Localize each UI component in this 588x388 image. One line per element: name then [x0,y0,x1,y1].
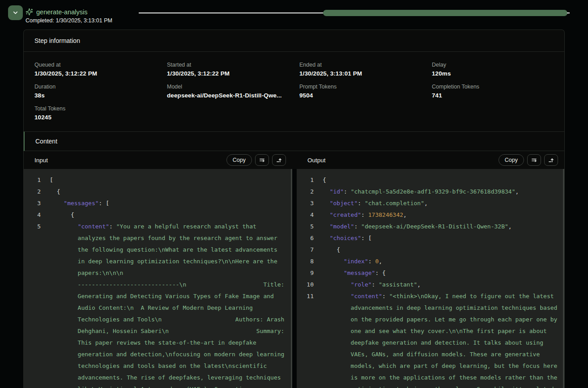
code-row: "message": { [323,267,561,279]
code-line: 2 "id": "chatcmpl-5a5d2e8e-adf1-9329-bf9… [304,186,561,198]
wrap-text-icon [531,157,537,164]
output-wrap-text-button[interactable] [527,154,541,166]
code-line: 4 "created": 1738246342, [304,209,561,221]
code-line: 7 { [304,244,561,256]
step-info-field: Started at1/30/2025, 3:12:22 PM [167,62,289,77]
code-row: { [323,244,561,256]
code-line: 5 "model": "deepseek-ai/DeepSeek-R1-Dist… [304,221,561,232]
code-row: VAEs, GANs, and diffusion models. These … [323,349,561,360]
step-info-field: Completion Tokens741 [432,84,554,99]
field-value: 741 [432,92,554,99]
line-number: 7 [304,244,314,256]
code-row: "model": "deepseek-ai/DeepSeek-R1-Distil… [323,221,561,232]
timeline-duration-bar[interactable] [323,10,567,16]
code-line: 4 { [31,209,289,221]
step-header: generate-analysis Completed: 1/30/2025, … [0,0,588,26]
code-row: advancements in deep learning optimizati… [323,302,561,314]
code-row: analyzes the papers found by the researc… [50,232,289,244]
field-value: 1/30/2025, 3:13:01 PM [299,70,421,77]
line-number: 11 [304,291,314,302]
code-row: { [323,174,561,186]
content-section-title: Content [35,138,57,145]
code-row: deepfake generation and detection. It ta… [323,337,561,349]
input-wrap-text-button[interactable] [255,154,269,166]
code-row: generation and detection,\nfocusing on m… [50,349,289,360]
output-panel-header: Output Copy [297,151,564,169]
expand-up-icon [548,157,554,164]
step-info-field: Queued at1/30/2025, 3:12:22 PM [34,62,156,77]
input-panel-header: Input Copy [24,151,292,169]
code-line: 11 "content": "<think>\nOkay, I need to … [304,291,561,388]
input-panel: Input Copy 1[2 {3 "m [24,151,292,388]
output-copy-button[interactable]: Copy [499,154,524,166]
code-row: -----------------------------\n Title: [50,279,289,291]
input-expand-button[interactable] [272,154,286,166]
input-scrollbar[interactable] [291,169,292,388]
line-number: 6 [304,232,314,244]
content-section-header: Content [24,131,564,151]
step-detail-card: Step information Queued at1/30/2025, 3:1… [23,30,565,388]
field-label: Total Tokens [34,105,156,112]
code-row: "created": 1738246342, [323,209,561,221]
code-line: 10 "role": "assistant", [304,279,561,291]
code-row: papers:\n\n\n [50,267,289,279]
code-row: "object": "chat.completion", [323,198,561,209]
step-info-field: Prompt Tokens9504 [299,84,421,99]
line-number: 4 [31,209,41,221]
line-number: 9 [304,267,314,279]
code-row: [ [50,174,289,186]
code-row: Technologies and Tools\n Authors: Arash [50,314,289,325]
code-line: 1{ [304,174,561,186]
code-row: optimization techniques themselves. So, … [323,384,561,388]
code-row: advancements. The rise of deepfakes, lev… [50,372,289,384]
line-number: 1 [304,174,314,186]
code-row: "id": "chatcmpl-5a5d2e8e-adf1-9329-bf9c-… [323,186,561,198]
field-value: 10245 [34,114,156,121]
step-info-field: Modeldeepseek-ai/DeepSeek-R1-Distill-Qwe… [167,84,289,99]
input-code-viewer: 1[2 {3 "messages": [4 {5 "content": "You… [24,169,292,388]
line-number: 2 [31,186,41,198]
field-label: Model [167,84,289,90]
code-row: the following question:\nWhat are the la… [50,244,289,256]
step-info-field: Total Tokens10245 [34,105,156,121]
field-label: Ended at [299,62,421,68]
field-value: deepseek-ai/DeepSeek-R1-Distill-Qwe... [167,92,289,99]
code-row: is more on the applications of these mod… [323,372,561,384]
line-number: 8 [304,256,314,267]
code-row: "index": 0, [323,256,561,267]
output-panel-title: Output [307,157,326,164]
field-label: Delay [432,62,554,68]
field-label: Prompt Tokens [299,84,421,90]
field-label: Started at [167,62,289,68]
code-row: on the provided papers. Let me go throug… [323,314,561,325]
expand-up-icon [276,157,282,164]
input-output-panels: Input Copy 1[2 {3 "m [24,151,564,388]
code-row: models, which are part of deep learning,… [323,360,561,372]
code-line: 6 "choices": [ [304,232,561,244]
code-line: 8 "index": 0, [304,256,561,267]
line-number: 1 [31,174,41,186]
wrap-text-icon [259,157,265,164]
code-row: technologies and tools based on the late… [50,360,289,372]
input-copy-button[interactable]: Copy [226,154,252,166]
step-info-field: Delay120ms [432,62,554,77]
line-number: 5 [304,221,314,232]
code-row: in deep learning optimization techniques… [50,256,289,267]
timeline-end-tick [567,13,570,13]
step-info-field: Ended at1/30/2025, 3:13:01 PM [299,62,421,77]
output-panel: Output Copy 1{2 "id": " [297,151,564,388]
output-expand-button[interactable] [544,154,558,166]
code-row: like\nVariational Autoencoders (VAEs), G… [50,384,289,388]
output-scrollbar[interactable] [563,169,564,388]
step-info-title: Step information [24,30,564,52]
line-number: 10 [304,279,314,291]
code-line: 9 "message": { [304,267,561,279]
step-info-grid: Queued at1/30/2025, 3:12:22 PMStarted at… [24,52,564,131]
code-row: Dehghani, Hossein Saberi\n Summary: [50,325,289,337]
code-row: "content": "You are a helpful research a… [50,221,289,232]
code-row: one and see what they cover.\n\nThe firs… [323,325,561,337]
code-row: "content": "<think>\nOkay, I need to fig… [323,291,561,302]
line-number: 3 [31,198,41,209]
field-value: 1/30/2025, 3:12:22 PM [167,70,289,77]
field-label: Completion Tokens [432,84,554,90]
